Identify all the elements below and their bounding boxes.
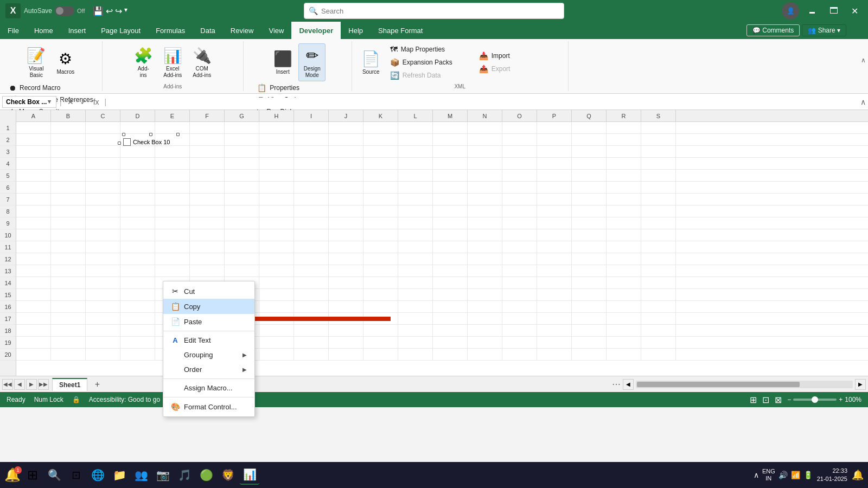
cell-r1-c18[interactable] — [607, 122, 641, 134]
cell-r19-c2[interactable] — [51, 337, 86, 349]
cell-r16-c14[interactable] — [468, 301, 502, 313]
cell-r16-c1[interactable] — [16, 301, 51, 313]
com-add-ins-button[interactable]: 🔌 COMAdd-ins — [188, 43, 215, 81]
refresh-data-button[interactable]: 🔄 Refresh Data — [387, 70, 474, 81]
cell-r5-c13[interactable] — [433, 170, 468, 182]
col-header-c[interactable]: C — [86, 110, 120, 121]
cell-r3-c19[interactable] — [641, 146, 676, 158]
cell-r1-c17[interactable] — [572, 122, 607, 134]
cell-r8-c19[interactable] — [641, 206, 676, 217]
cell-r14-c12[interactable] — [398, 277, 433, 289]
col-header-i[interactable]: I — [294, 110, 329, 121]
cell-r3-c8[interactable] — [259, 146, 294, 158]
cell-r14-c18[interactable] — [607, 277, 641, 289]
cell-r10-c11[interactable] — [363, 229, 398, 241]
cell-r1-c16[interactable] — [537, 122, 572, 134]
cell-r12-c8[interactable] — [259, 253, 294, 265]
cell-r16-c17[interactable] — [572, 301, 607, 313]
cell-r12-c3[interactable] — [86, 253, 120, 265]
taskbar-edge[interactable]: 🌐 — [88, 465, 107, 485]
cell-r4-c3[interactable] — [86, 158, 120, 170]
cell-r2-c11[interactable] — [363, 134, 398, 146]
taskbar-chrome[interactable]: 🟢 — [196, 465, 216, 485]
cell-r12-c17[interactable] — [572, 253, 607, 265]
cell-r17-c4[interactable] — [120, 313, 155, 325]
cell-r13-c4[interactable] — [120, 265, 155, 277]
cell-r16-c3[interactable] — [86, 301, 120, 313]
page-break-view-button[interactable]: ⊠ — [775, 395, 782, 405]
cell-r7-c12[interactable] — [398, 194, 433, 206]
ctx-grouping[interactable]: Grouping ▶ — [163, 348, 254, 362]
cell-r9-c17[interactable] — [572, 217, 607, 229]
cell-r1-c15[interactable] — [502, 122, 537, 134]
cell-r8-c4[interactable] — [120, 206, 155, 217]
cell-r15-c15[interactable] — [502, 289, 537, 301]
cell-r6-c10[interactable] — [329, 182, 363, 194]
redo-icon[interactable]: ↪ — [115, 6, 122, 16]
row-header-10[interactable]: 10 — [0, 229, 16, 241]
cell-r3-c5[interactable] — [155, 146, 190, 158]
cell-r20-c16[interactable] — [537, 349, 572, 361]
cell-r2-c15[interactable] — [502, 134, 537, 146]
cell-r4-c15[interactable] — [502, 158, 537, 170]
cell-r14-c9[interactable] — [294, 277, 329, 289]
cell-r19-c16[interactable] — [537, 337, 572, 349]
cell-r6-c13[interactable] — [433, 182, 468, 194]
cell-r2-c17[interactable] — [572, 134, 607, 146]
checkbox-widget[interactable]: Check Box 10 — [122, 137, 171, 147]
cell-r9-c6[interactable] — [190, 217, 225, 229]
cell-r10-c4[interactable] — [120, 229, 155, 241]
cell-r10-c9[interactable] — [294, 229, 329, 241]
cell-r2-c7[interactable] — [225, 134, 259, 146]
col-header-r[interactable]: R — [607, 110, 641, 121]
cell-r10-c19[interactable] — [641, 229, 676, 241]
comments-button[interactable]: 💬 Comments — [746, 24, 800, 36]
cell-r11-c9[interactable] — [294, 241, 329, 253]
cell-r4-c14[interactable] — [468, 158, 502, 170]
col-header-e[interactable]: E — [155, 110, 190, 121]
cell-r19-c12[interactable] — [398, 337, 433, 349]
cell-r2-c1[interactable] — [16, 134, 51, 146]
scroll-thumb[interactable] — [637, 382, 800, 387]
cell-r7-c4[interactable] — [120, 194, 155, 206]
ctx-assign-macro[interactable]: Assign Macro... — [163, 381, 254, 395]
formula-expand-icon[interactable]: ∧ — [860, 98, 866, 106]
cell-r20-c4[interactable] — [120, 349, 155, 361]
cell-r13-c13[interactable] — [433, 265, 468, 277]
cell-r17-c14[interactable] — [468, 313, 502, 325]
cell-r11-c14[interactable] — [468, 241, 502, 253]
sel-handle-tl[interactable] — [122, 133, 125, 136]
cell-r8-c14[interactable] — [468, 206, 502, 217]
cell-r19-c13[interactable] — [433, 337, 468, 349]
cell-r18-c13[interactable] — [433, 325, 468, 337]
cell-r12-c10[interactable] — [329, 253, 363, 265]
sheet-nav-first[interactable]: ◀◀ — [2, 379, 13, 390]
cell-r19-c8[interactable] — [259, 337, 294, 349]
cell-r11-c13[interactable] — [433, 241, 468, 253]
row-header-5[interactable]: 5 — [0, 170, 16, 182]
cell-r19-c10[interactable] — [329, 337, 363, 349]
cell-r10-c2[interactable] — [51, 229, 86, 241]
expansion-packs-button[interactable]: 📦 Expansion Packs — [387, 57, 474, 68]
cell-r10-c1[interactable] — [16, 229, 51, 241]
cell-r2-c10[interactable] — [329, 134, 363, 146]
cell-r6-c14[interactable] — [468, 182, 502, 194]
cell-r11-c16[interactable] — [537, 241, 572, 253]
col-header-k[interactable]: K — [363, 110, 398, 121]
cell-r4-c11[interactable] — [363, 158, 398, 170]
ctx-cut[interactable]: ✂ Cut — [163, 284, 254, 299]
cell-r1-c4[interactable] — [120, 122, 155, 134]
cell-r13-c7[interactable] — [225, 265, 259, 277]
row-header-19[interactable]: 19 — [0, 337, 16, 349]
user-avatar[interactable]: 👤 — [782, 2, 799, 20]
cell-r20-c13[interactable] — [433, 349, 468, 361]
cell-r7-c18[interactable] — [607, 194, 641, 206]
col-header-m[interactable]: M — [433, 110, 468, 121]
cell-r15-c19[interactable] — [641, 289, 676, 301]
cell-r8-c3[interactable] — [86, 206, 120, 217]
cell-r5-c11[interactable] — [363, 170, 398, 182]
cell-r18-c4[interactable] — [120, 325, 155, 337]
cell-r9-c11[interactable] — [363, 217, 398, 229]
cell-r4-c2[interactable] — [51, 158, 86, 170]
cell-r6-c15[interactable] — [502, 182, 537, 194]
